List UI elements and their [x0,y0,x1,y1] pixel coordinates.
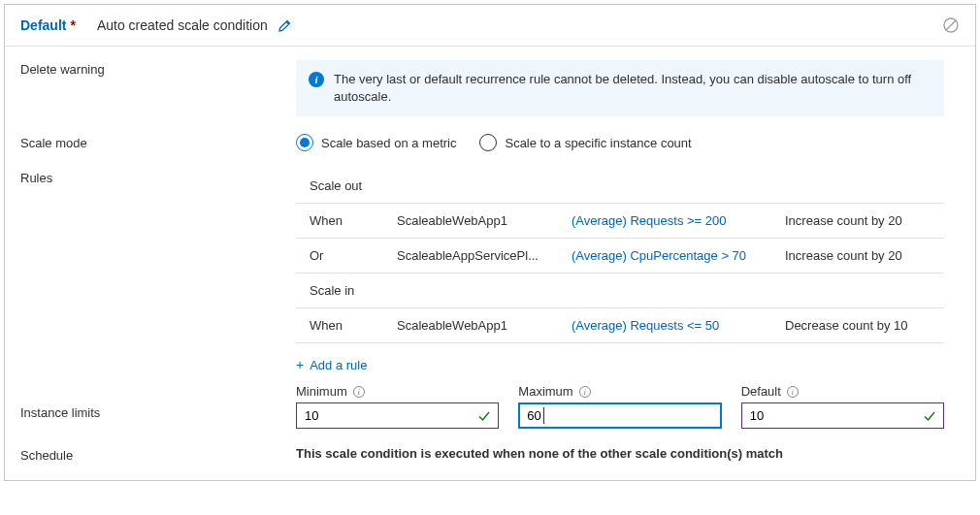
check-icon [477,409,491,423]
radio-icon [479,134,497,151]
rule-condition[interactable]: (Average) Requests >= 200 [572,213,785,228]
default-input[interactable] [741,402,944,429]
delete-warning-label: Delete warning [20,60,296,77]
delete-warning-text: The very last or default recurrence rule… [334,71,931,106]
add-rule-label: Add a rule [310,358,367,372]
required-indicator: * [70,17,75,33]
rule-resource: ScaleableAppServicePl... [397,248,572,263]
pencil-icon[interactable] [278,17,293,33]
scale-mode-instance-radio[interactable]: Scale to a specific instance count [479,134,691,151]
disable-icon[interactable] [942,16,960,34]
info-icon[interactable]: i [353,386,365,398]
minimum-label: Minimum i [296,384,499,399]
scale-mode-label: Scale mode [20,134,296,150]
plus-icon: + [296,357,304,372]
rules-table: Scale out When ScaleableWebApp1 (Average… [296,169,944,343]
scale-mode-metric-radio[interactable]: Scale based on a metric [296,134,456,151]
condition-subtitle: Auto created scale condition [97,17,268,33]
schedule-label: Schedule [20,446,296,463]
rule-op: When [310,318,397,333]
check-icon [923,409,936,423]
text-cursor [543,407,544,424]
rule-row[interactable]: When ScaleableWebApp1 (Average) Requests… [296,308,944,343]
scale-out-header: Scale out [296,169,944,204]
rule-action: Increase count by 20 [785,248,931,263]
rule-condition[interactable]: (Average) Requests <= 50 [572,318,785,333]
add-rule-button[interactable]: + Add a rule [296,343,367,378]
rule-op: Or [310,248,397,263]
rule-action: Decrease count by 10 [785,318,931,333]
minimum-input[interactable] [296,402,499,429]
rules-label: Rules [20,169,296,185]
default-label: Default i [741,384,944,399]
info-icon[interactable]: i [787,386,799,398]
condition-name[interactable]: Default [20,17,66,33]
scale-in-header: Scale in [296,274,944,308]
maximum-input[interactable] [518,402,721,429]
maximum-label: Maximum i [518,384,721,399]
schedule-text: This scale condition is executed when no… [296,446,960,461]
rule-resource: ScaleableWebApp1 [397,318,572,333]
scale-mode-radio-group: Scale based on a metric Scale to a speci… [296,134,960,151]
scale-condition-card: Default* Auto created scale condition De… [4,4,976,481]
rule-action: Increase count by 20 [785,213,931,228]
radio-label: Scale to a specific instance count [505,136,691,150]
info-icon[interactable]: i [579,386,591,398]
rule-condition[interactable]: (Average) CpuPercentage > 70 [572,248,785,263]
delete-warning-box: i The very last or default recurrence ru… [296,60,944,116]
instance-limits-group: Minimum i Maximum i [296,384,944,429]
svg-line-1 [946,20,956,30]
radio-icon [296,134,313,151]
radio-label: Scale based on a metric [321,136,456,150]
card-header: Default* Auto created scale condition [5,5,975,47]
rule-row[interactable]: Or ScaleableAppServicePl... (Average) Cp… [296,239,944,274]
rule-row[interactable]: When ScaleableWebApp1 (Average) Requests… [296,204,944,239]
info-icon: i [309,72,324,87]
rule-resource: ScaleableWebApp1 [397,213,572,228]
instance-limits-label: Instance limits [20,384,296,420]
rule-op: When [310,213,397,228]
